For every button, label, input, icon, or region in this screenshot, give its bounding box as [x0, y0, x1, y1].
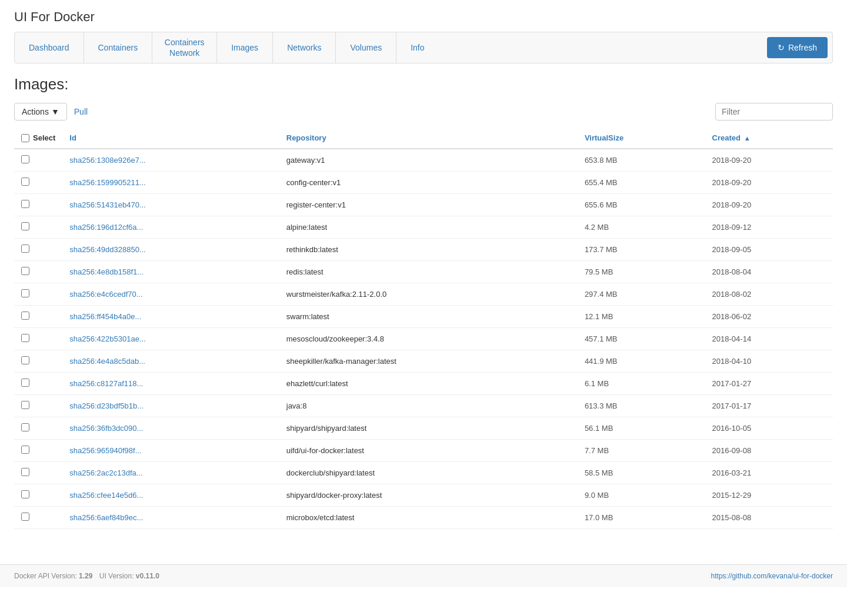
select-all-checkbox[interactable]: [21, 134, 29, 142]
image-created: 2016-09-08: [705, 440, 833, 462]
image-virtual-size: 12.1 MB: [578, 306, 705, 328]
pull-link[interactable]: Pull: [74, 107, 88, 116]
table-row: sha256:36fb3dc090... shipyard/shipyard:l…: [14, 417, 833, 440]
image-id-link[interactable]: sha256:4e4a8c5dab...: [69, 357, 145, 366]
image-id-link[interactable]: sha256:965940f98f...: [69, 446, 141, 455]
table-row: sha256:965940f98f... uifd/ui-for-docker:…: [14, 440, 833, 462]
image-created: 2017-01-17: [705, 395, 833, 417]
nav-item-info[interactable]: Info: [396, 32, 438, 63]
image-repository: java:8: [279, 395, 578, 417]
image-id-link[interactable]: sha256:2ac2c13dfa...: [69, 468, 142, 477]
image-id-link[interactable]: sha256:6aef84b9ec...: [69, 513, 143, 522]
refresh-icon: ↻: [778, 43, 785, 52]
image-id-link[interactable]: sha256:cfee14e5d6...: [69, 491, 143, 500]
image-repository: config-center:v1: [279, 172, 578, 194]
repository-column-header[interactable]: Repository: [279, 128, 578, 149]
image-created: 2016-03-21: [705, 462, 833, 484]
toolbar: Actions ▼ Pull: [14, 103, 833, 120]
table-row: sha256:d23bdf5b1b... java:8 613.3 MB 201…: [14, 395, 833, 417]
row-checkbox[interactable]: [21, 356, 29, 364]
image-virtual-size: 56.1 MB: [578, 417, 705, 440]
footer-link[interactable]: https://github.com/kevana/ui-for-docker: [711, 572, 833, 580]
row-checkbox[interactable]: [21, 245, 29, 253]
row-checkbox[interactable]: [21, 289, 29, 297]
chevron-down-icon: ▼: [51, 107, 59, 116]
image-created: 2015-12-29: [705, 484, 833, 507]
row-checkbox[interactable]: [21, 401, 29, 409]
table-row: sha256:4e4a8c5dab... sheepkiller/kafka-m…: [14, 350, 833, 373]
table-row: sha256:51431eb470... register-center:v1 …: [14, 194, 833, 216]
row-checkbox[interactable]: [21, 312, 29, 320]
row-checkbox[interactable]: [21, 379, 29, 387]
row-checkbox[interactable]: [21, 334, 29, 342]
image-id-link[interactable]: sha256:ff454b4a0e...: [69, 312, 141, 321]
nav-item-images[interactable]: Images: [217, 32, 273, 63]
image-repository: shipyard/docker-proxy:latest: [279, 484, 578, 507]
row-checkbox[interactable]: [21, 446, 29, 454]
footer-version: Docker API Version: 1.29 UI Version: v0.…: [14, 572, 159, 580]
image-id-link[interactable]: sha256:49dd328850...: [69, 245, 145, 254]
image-repository: ehazlett/curl:latest: [279, 373, 578, 395]
image-virtual-size: 655.4 MB: [578, 172, 705, 194]
image-id-link[interactable]: sha256:d23bdf5b1b...: [69, 401, 144, 410]
image-created: 2016-10-05: [705, 417, 833, 440]
row-checkbox[interactable]: [21, 222, 29, 230]
image-id-link[interactable]: sha256:e4c6cedf70...: [69, 290, 142, 299]
table-row: sha256:cfee14e5d6... shipyard/docker-pro…: [14, 484, 833, 507]
image-created: 2018-09-12: [705, 216, 833, 239]
nav-item-networks[interactable]: Networks: [273, 32, 336, 63]
image-id-link[interactable]: sha256:422b5301ae...: [69, 334, 145, 343]
image-created: 2018-09-20: [705, 149, 833, 172]
image-virtual-size: 9.0 MB: [578, 484, 705, 507]
virtual-size-column-header[interactable]: VirtualSize: [578, 128, 705, 149]
table-row: sha256:6aef84b9ec... microbox/etcd:lates…: [14, 507, 833, 529]
image-virtual-size: 4.2 MB: [578, 216, 705, 239]
image-repository: register-center:v1: [279, 194, 578, 216]
image-id-link[interactable]: sha256:51431eb470...: [69, 200, 145, 209]
row-checkbox[interactable]: [21, 200, 29, 208]
row-checkbox[interactable]: [21, 468, 29, 476]
id-column-header[interactable]: Id: [62, 128, 279, 149]
image-repository: shipyard/shipyard:latest: [279, 417, 578, 440]
image-created: 2015-08-08: [705, 507, 833, 529]
image-repository: microbox/etcd:latest: [279, 507, 578, 529]
nav-item-volumes[interactable]: Volumes: [336, 32, 396, 63]
row-checkbox[interactable]: [21, 513, 29, 521]
image-id-link[interactable]: sha256:4e8db158f1...: [69, 267, 144, 276]
row-checkbox[interactable]: [21, 178, 29, 186]
image-id-link[interactable]: sha256:196d12cf6a...: [69, 223, 143, 232]
table-row: sha256:1599905211... config-center:v1 65…: [14, 172, 833, 194]
filter-input[interactable]: [715, 103, 833, 120]
created-column-header[interactable]: Created ▲: [705, 128, 833, 149]
row-checkbox[interactable]: [21, 267, 29, 275]
table-row: sha256:196d12cf6a... alpine:latest 4.2 M…: [14, 216, 833, 239]
image-virtual-size: 79.5 MB: [578, 261, 705, 283]
image-id-link[interactable]: sha256:36fb3dc090...: [69, 424, 143, 433]
image-id-link[interactable]: sha256:c8127af118...: [69, 379, 143, 388]
image-id-link[interactable]: sha256:1599905211...: [69, 178, 145, 187]
nav-item-containers-network[interactable]: ContainersNetwork: [152, 32, 217, 63]
image-repository: uifd/ui-for-docker:latest: [279, 440, 578, 462]
image-virtual-size: 655.6 MB: [578, 194, 705, 216]
image-repository: gateway:v1: [279, 149, 578, 172]
nav-item-containers[interactable]: Containers: [84, 32, 153, 63]
table-row: sha256:e4c6cedf70... wurstmeister/kafka:…: [14, 283, 833, 306]
image-created: 2018-04-14: [705, 328, 833, 350]
page-title: Images:: [14, 75, 833, 93]
table-row: sha256:422b5301ae... mesoscloud/zookeepe…: [14, 328, 833, 350]
image-repository: alpine:latest: [279, 216, 578, 239]
nav-bar: Dashboard Containers ContainersNetwork I…: [14, 32, 833, 63]
image-virtual-size: 17.0 MB: [578, 507, 705, 529]
row-checkbox[interactable]: [21, 423, 29, 431]
refresh-button[interactable]: ↻ Refresh: [767, 37, 828, 58]
image-id-link[interactable]: sha256:1308e926e7...: [69, 156, 145, 165]
image-virtual-size: 457.1 MB: [578, 328, 705, 350]
row-checkbox[interactable]: [21, 155, 29, 163]
row-checkbox[interactable]: [21, 490, 29, 498]
actions-button[interactable]: Actions ▼: [14, 103, 67, 120]
image-repository: wurstmeister/kafka:2.11-2.0.0: [279, 283, 578, 306]
nav-item-dashboard[interactable]: Dashboard: [15, 32, 84, 63]
image-repository: dockerclub/shipyard:latest: [279, 462, 578, 484]
image-created: 2018-08-04: [705, 261, 833, 283]
table-row: sha256:49dd328850... rethinkdb:latest 17…: [14, 239, 833, 261]
